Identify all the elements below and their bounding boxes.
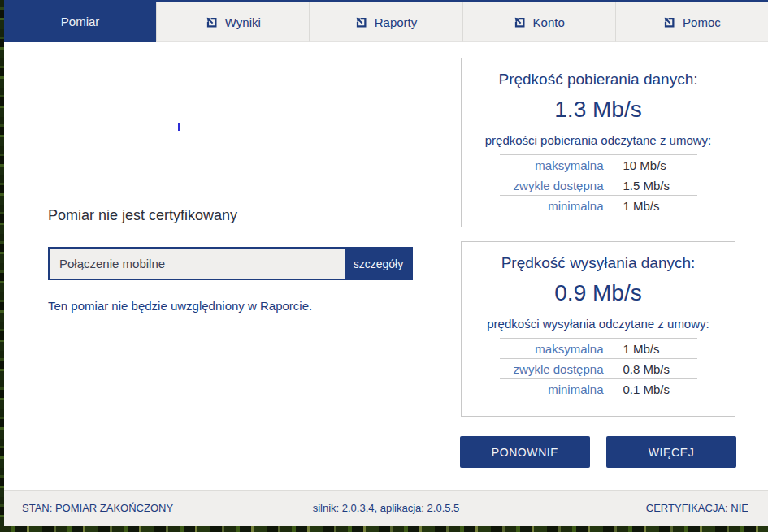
upload-contract-table: maksymalna 1 Mb/s zwykle dostępna 0.8 Mb… bbox=[500, 338, 697, 410]
status-certification: CERTYFIKACJA: NIE bbox=[646, 502, 748, 514]
tab-raporty[interactable]: Raporty bbox=[309, 2, 462, 42]
main-content: Pomiar nie jest certyfikowany szczegóły … bbox=[4, 42, 768, 490]
table-row: zwykle dostępna 1.5 Mb/s bbox=[500, 175, 697, 195]
table-row: zwykle dostępna 0.8 Mb/s bbox=[500, 358, 697, 378]
tab-konto[interactable]: Konto bbox=[462, 2, 615, 42]
app-window: Pomiar Wyniki Raporty bbox=[4, 0, 768, 526]
upload-panel-title: Prędkość wysyłania danych: bbox=[462, 254, 735, 272]
upload-speed-panel: Prędkość wysyłania danych: 0.9 Mb/s pręd… bbox=[461, 241, 735, 417]
tab-label: Konto bbox=[533, 15, 565, 29]
status-state: STAN: POMIAR ZAKOŃCZONY bbox=[22, 502, 173, 514]
row-label: minimalna bbox=[500, 379, 614, 399]
table-row: minimalna 1 Mb/s bbox=[500, 195, 697, 215]
desktop-background-bottom bbox=[0, 526, 768, 532]
more-button[interactable]: WIĘCEJ bbox=[606, 436, 736, 468]
table-tail bbox=[500, 215, 697, 226]
table-divider bbox=[614, 154, 614, 226]
upload-speed-value: 0.9 Mb/s bbox=[462, 280, 735, 306]
tab-label: Pomoc bbox=[683, 15, 721, 29]
upload-contract-subtitle: prędkości wysyłania odczytane z umowy: bbox=[462, 317, 735, 331]
row-value: 0.1 Mb/s bbox=[614, 379, 697, 399]
external-link-icon bbox=[663, 16, 675, 28]
table-row: maksymalna 1 Mb/s bbox=[500, 338, 697, 358]
external-link-icon bbox=[514, 16, 526, 28]
external-link-icon bbox=[355, 16, 367, 28]
certification-heading: Pomiar nie jest certyfikowany bbox=[48, 207, 237, 224]
row-value: 10 Mb/s bbox=[614, 155, 697, 175]
tab-wyniki[interactable]: Wyniki bbox=[156, 2, 309, 42]
table-row: minimalna 0.1 Mb/s bbox=[500, 378, 697, 399]
row-value: 1 Mb/s bbox=[614, 196, 697, 215]
tab-label: Raporty bbox=[375, 15, 418, 29]
tab-bar: Pomiar Wyniki Raporty bbox=[4, 0, 768, 42]
gauge-tick-artifact bbox=[178, 123, 180, 131]
download-speed-panel: Prędkość pobierania danych: 1.3 Mb/s prę… bbox=[461, 58, 735, 227]
report-note: Ten pomiar nie będzie uwzględniony w Rap… bbox=[48, 299, 312, 313]
connection-name-input[interactable] bbox=[50, 249, 345, 279]
tab-pomoc[interactable]: Pomoc bbox=[615, 2, 768, 42]
row-label: maksymalna bbox=[500, 155, 614, 175]
row-label: minimalna bbox=[500, 196, 614, 215]
details-button[interactable]: szczegóły bbox=[345, 249, 411, 279]
external-link-icon bbox=[206, 16, 218, 28]
row-value: 0.8 Mb/s bbox=[614, 359, 697, 378]
download-speed-value: 1.3 Mb/s bbox=[462, 97, 735, 123]
tab-label: Pomiar bbox=[61, 15, 100, 28]
status-bar: STAN: POMIAR ZAKOŃCZONY silnik: 2.0.3.4,… bbox=[4, 490, 768, 526]
download-contract-subtitle: prędkości pobierania odczytane z umowy: bbox=[462, 133, 735, 147]
table-row: maksymalna 10 Mb/s bbox=[500, 154, 697, 175]
row-label: zwykle dostępna bbox=[500, 359, 614, 378]
row-label: maksymalna bbox=[500, 339, 614, 358]
tab-label: Wyniki bbox=[225, 15, 261, 29]
download-panel-title: Prędkość pobierania danych: bbox=[462, 71, 735, 89]
row-value: 1.5 Mb/s bbox=[614, 175, 697, 195]
table-tail bbox=[500, 399, 697, 410]
download-contract-table: maksymalna 10 Mb/s zwykle dostępna 1.5 M… bbox=[500, 154, 697, 226]
table-divider bbox=[614, 338, 614, 410]
tab-pomiar[interactable]: Pomiar bbox=[4, 0, 156, 42]
row-label: zwykle dostępna bbox=[500, 175, 614, 195]
row-value: 1 Mb/s bbox=[614, 339, 697, 358]
retry-button[interactable]: PONOWNIE bbox=[460, 436, 590, 468]
connection-bar: szczegóły bbox=[48, 247, 413, 280]
